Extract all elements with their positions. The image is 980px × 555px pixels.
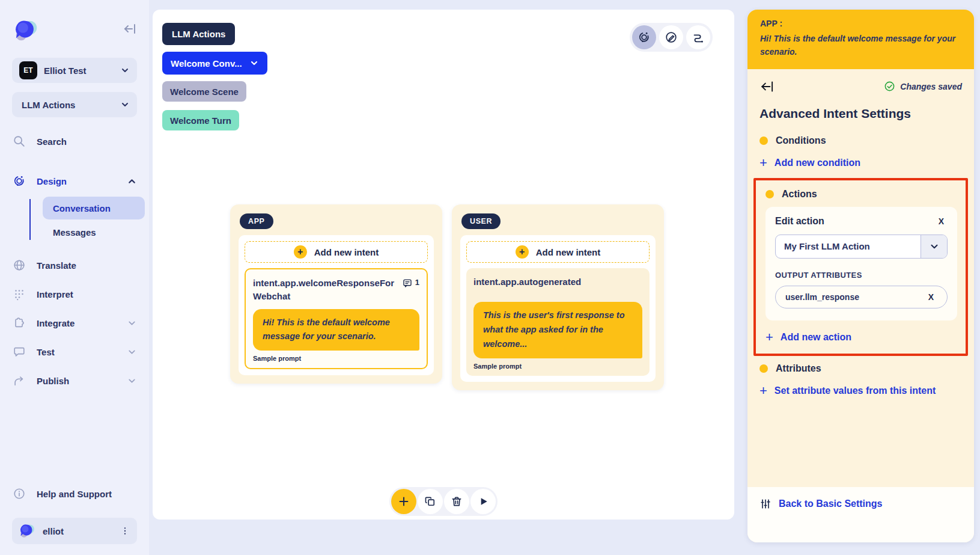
advanced-intent-panel: APP : Hi! This is the default welcome me… — [747, 10, 974, 542]
dots-grid-icon — [12, 287, 26, 301]
edit-view-button[interactable] — [659, 25, 683, 49]
project-name: LLM Actions — [22, 100, 114, 110]
workspace-name: Elliot Test — [44, 66, 114, 76]
add-button[interactable] — [391, 489, 416, 514]
app-column: APP + Add new intent intent.app.welcomeR… — [230, 204, 442, 384]
chevron-down-icon — [120, 66, 130, 75]
sidebar-item-design[interactable]: Design — [12, 167, 137, 195]
sidebar-item-help[interactable]: Help and Support — [12, 479, 137, 508]
flow-view-button[interactable] — [686, 25, 710, 49]
project-switcher[interactable]: LLM Actions — [12, 92, 137, 117]
sidebar-item-test[interactable]: Test — [12, 337, 137, 366]
intent-card-app[interactable]: intent.app.welcomeResponseForWebchat 1 H… — [245, 268, 428, 369]
panel-footer: Back to Basic Settings — [747, 487, 974, 542]
sidebar-item-label: Interpret — [37, 289, 137, 299]
comment-icon — [402, 278, 413, 289]
trash-icon — [451, 495, 463, 507]
yellow-dot-icon — [765, 190, 774, 198]
check-circle-icon — [884, 81, 895, 92]
sidebar-item-translate[interactable]: Translate — [12, 251, 137, 280]
output-attribute-pill: user.llm_response X — [775, 286, 948, 308]
set-attributes-label: Set attribute values from this intent — [775, 385, 936, 396]
set-attributes-link[interactable]: + Set attribute values from this intent — [759, 384, 962, 397]
back-to-basic-settings-label: Back to Basic Settings — [779, 498, 883, 509]
back-to-basic-settings-link[interactable]: Back to Basic Settings — [759, 498, 962, 510]
plus-icon: + — [759, 384, 767, 397]
user-name: elliot — [43, 526, 112, 536]
breadcrumb-conversation-label: Welcome Conv... — [171, 58, 242, 69]
chevron-down-icon — [120, 100, 130, 109]
sidebar-collapse-icon[interactable] — [123, 22, 137, 36]
app-logo — [12, 17, 40, 44]
add-condition-link[interactable]: + Add new condition — [759, 156, 962, 170]
add-action-label: Add new action — [781, 332, 851, 343]
remove-attribute-icon[interactable]: X — [925, 291, 937, 303]
sample-prompt-label: Sample prompt — [253, 355, 419, 362]
design-subnav: Conversation Messages — [12, 197, 137, 245]
comment-count[interactable]: 1 — [402, 277, 419, 303]
chevron-up-icon — [127, 176, 137, 186]
info-icon — [12, 487, 26, 500]
user-intent-list: + Add new intent intent.app.autogenerate… — [460, 235, 656, 382]
sidebar-item-messages[interactable]: Messages — [43, 219, 137, 245]
copy-icon — [424, 495, 436, 507]
user-column: USER + Add new intent intent.app.autogen… — [452, 204, 664, 390]
sidebar-item-conversation[interactable]: Conversation — [43, 197, 145, 219]
panel-message: Hi! This is the default welcome message … — [760, 32, 961, 59]
globe-icon — [12, 259, 26, 272]
kebab-menu-icon[interactable] — [119, 525, 131, 537]
yellow-dot-icon — [759, 136, 768, 145]
play-button[interactable] — [470, 489, 496, 514]
sidebar-item-label: Search — [37, 136, 137, 147]
sidebar-item-interpret[interactable]: Interpret — [12, 280, 137, 308]
chevron-down-icon — [921, 235, 947, 258]
breadcrumb-scenario[interactable]: LLM Actions — [162, 23, 235, 45]
output-attributes-label: OUTPUT ATTRIBUTES — [775, 271, 948, 280]
sliders-icon — [759, 498, 772, 510]
action-select-value: My First LLM Action — [776, 235, 921, 258]
add-new-intent-button[interactable]: + Add new intent — [466, 241, 650, 263]
panel-header: APP : Hi! This is the default welcome me… — [747, 10, 974, 69]
edit-action-card: Edit action X My First LLM Action OUTPUT… — [765, 207, 957, 320]
conversation-canvas: LLM Actions Welcome Conv... Welcome Scen… — [153, 10, 734, 520]
sidebar-item-publish[interactable]: Publish — [12, 366, 137, 395]
sidebar-item-integrate[interactable]: Integrate — [12, 308, 137, 337]
conditions-section-label: Conditions — [776, 135, 826, 146]
sample-prompt-bubble: This is the user's first response to wha… — [473, 302, 642, 358]
workspace-switcher[interactable]: ET Elliot Test — [12, 58, 137, 83]
intent-card-user[interactable]: intent.app.autogenerated This is the use… — [466, 268, 650, 376]
panel-collapse-icon[interactable] — [759, 79, 775, 94]
action-select[interactable]: My First LLM Action — [775, 235, 948, 259]
sidebar-item-search[interactable]: Search — [12, 127, 137, 156]
app-intent-list: + Add new intent intent.app.welcomeRespo… — [239, 235, 434, 375]
design-view-button[interactable] — [632, 25, 656, 49]
play-icon — [477, 495, 489, 507]
search-icon — [12, 135, 26, 148]
sidebar-item-label: Publish — [37, 376, 117, 386]
duplicate-button[interactable] — [418, 489, 443, 514]
sidebar-item-label: Integrate — [37, 318, 117, 328]
app-role-badge: APP — [240, 213, 273, 229]
panel-speaker: APP : — [760, 19, 961, 28]
canvas-toolbar — [389, 487, 498, 516]
sidebar-item-label: Translate — [37, 260, 137, 271]
plus-icon: + — [294, 245, 307, 259]
sidebar-item-label: Test — [37, 347, 117, 357]
delete-button[interactable] — [444, 489, 469, 514]
sidebar-item-label: Help and Support — [37, 489, 137, 499]
yellow-dot-icon — [759, 364, 768, 373]
save-status-label: Changes saved — [900, 82, 962, 91]
breadcrumb-scene[interactable]: Welcome Scene — [162, 81, 246, 102]
user-menu[interactable]: elliot — [12, 518, 137, 544]
sample-prompt-label: Sample prompt — [473, 363, 642, 370]
breadcrumb-turn[interactable]: Welcome Turn — [162, 110, 239, 130]
actions-highlight-box: Actions Edit action X My First LLM Actio… — [753, 178, 968, 356]
breadcrumb-conversation-dropdown[interactable]: Welcome Conv... — [162, 52, 267, 75]
add-condition-label: Add new condition — [775, 158, 860, 168]
add-new-intent-button[interactable]: + Add new intent — [245, 241, 428, 263]
user-role-badge: USER — [461, 213, 501, 229]
add-action-link[interactable]: + Add new action — [765, 331, 957, 344]
add-new-intent-label: Add new intent — [536, 247, 601, 257]
add-new-intent-label: Add new intent — [314, 247, 379, 257]
close-icon[interactable]: X — [935, 215, 948, 227]
